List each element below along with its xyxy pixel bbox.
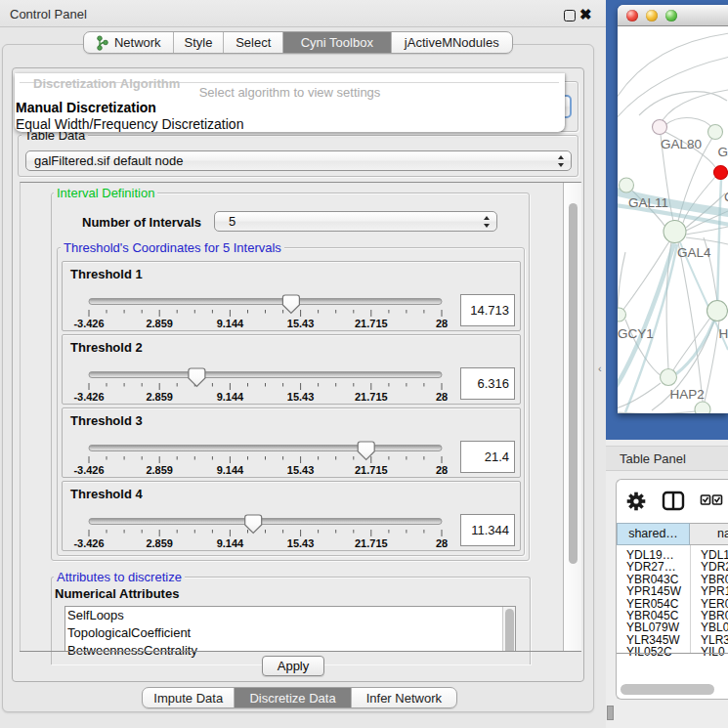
svg-text:2.859: 2.859 [146, 464, 173, 476]
svg-text:GAL80: GAL80 [661, 137, 702, 151]
svg-text:2.859: 2.859 [146, 537, 173, 549]
svg-text:-3.426: -3.426 [73, 537, 104, 549]
svg-text:C: C [724, 190, 728, 204]
svg-text:GAL11: GAL11 [628, 195, 668, 210]
svg-text:21.715: 21.715 [355, 537, 388, 549]
svg-text:2.859: 2.859 [146, 318, 173, 329]
svg-text:HAP2: HAP2 [670, 387, 705, 402]
svg-text:2.859: 2.859 [146, 391, 173, 403]
svg-text:-3.426: -3.426 [73, 318, 104, 329]
svg-text:GAL4: GAL4 [677, 245, 711, 260]
svg-text:21.715: 21.715 [355, 464, 388, 476]
svg-text:-3.426: -3.426 [73, 464, 104, 476]
svg-text:28: 28 [436, 464, 448, 476]
svg-text:21.715: 21.715 [355, 391, 388, 403]
svg-text:9.144: 9.144 [217, 464, 244, 476]
svg-text:15.43: 15.43 [287, 537, 315, 549]
svg-text:GCY1: GCY1 [618, 326, 654, 341]
svg-text:-3.426: -3.426 [73, 391, 104, 403]
svg-text:21.715: 21.715 [355, 318, 388, 329]
svg-text:H: H [719, 326, 728, 341]
svg-text:28: 28 [436, 391, 448, 403]
svg-text:GA: GA [718, 145, 728, 159]
svg-text:9.144: 9.144 [217, 537, 244, 549]
svg-text:9.144: 9.144 [217, 391, 244, 403]
svg-text:28: 28 [436, 537, 448, 549]
svg-text:28: 28 [436, 318, 448, 329]
svg-text:15.43: 15.43 [287, 391, 315, 403]
svg-text:9.144: 9.144 [217, 318, 244, 329]
svg-text:15.43: 15.43 [287, 464, 315, 476]
svg-text:15.43: 15.43 [287, 318, 315, 329]
